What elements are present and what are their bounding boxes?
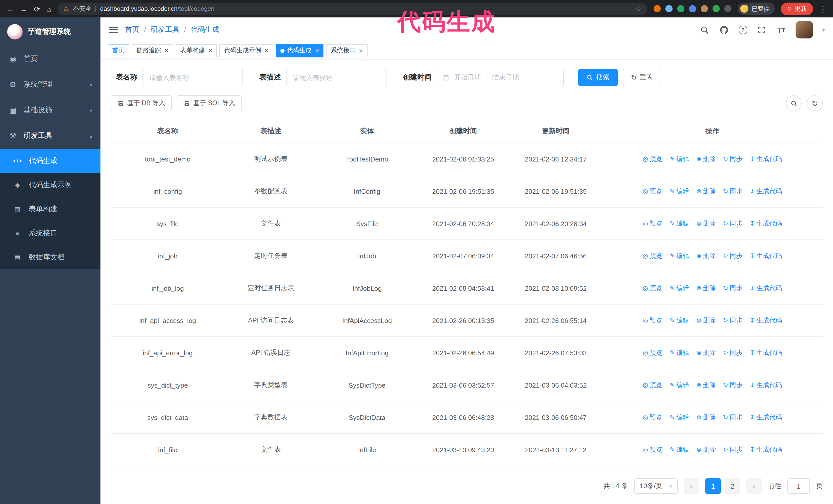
delete-link[interactable]: ⊗删除 [696,284,716,292]
sidebar-subitem[interactable]: ▦表单构建 [0,197,100,221]
extension-icon[interactable] [654,5,661,12]
delete-link[interactable]: ⊗删除 [696,187,716,196]
sidebar-item[interactable]: ▣基础设施▾ [0,97,100,123]
preview-link[interactable]: ◎预览 [643,284,663,292]
edit-link[interactable]: ✎编辑 [670,219,689,228]
tab-item[interactable]: 链路追踪× [132,44,173,57]
generate-code-link[interactable]: ↧生成代码 [750,316,782,325]
tab-item[interactable]: 表单构建× [175,44,217,57]
edit-link[interactable]: ✎编辑 [670,187,689,196]
breadcrumb-item[interactable]: 研发工具 [151,25,180,34]
breadcrumb-item[interactable]: 首页 [125,25,139,34]
import-sql-button[interactable]: 基于 SQL 导入 [177,95,242,111]
extension-icon[interactable] [666,5,673,12]
close-icon[interactable]: × [359,47,363,54]
generate-code-link[interactable]: ↧生成代码 [750,219,782,228]
generate-code-link[interactable]: ↧生成代码 [750,445,782,454]
search-button[interactable]: 搜索 [578,69,618,86]
sync-link[interactable]: ↻同步 [723,445,742,454]
delete-link[interactable]: ⊗删除 [696,316,716,325]
fullscreen-icon[interactable] [757,25,767,35]
table-desc-input[interactable] [286,69,386,86]
delete-link[interactable]: ⊗删除 [696,219,716,228]
sync-link[interactable]: ↻同步 [723,251,742,260]
extension-icon[interactable] [689,5,696,12]
sync-link[interactable]: ↻同步 [723,381,742,389]
preview-link[interactable]: ◎预览 [643,219,663,228]
edit-link[interactable]: ✎编辑 [670,413,689,422]
generate-code-link[interactable]: ↧生成代码 [750,349,782,357]
sync-link[interactable]: ↻同步 [723,349,742,357]
preview-link[interactable]: ◎预览 [643,316,663,325]
generate-code-link[interactable]: ↧生成代码 [750,284,782,292]
extension-icon[interactable] [713,5,720,12]
extension-icon[interactable] [701,5,708,12]
sync-link[interactable]: ↻同步 [723,154,742,163]
sidebar-subitem[interactable]: ▤数据库文档 [0,245,100,269]
page-size-select[interactable]: 10条/页 ▾ [634,478,678,494]
sync-link[interactable]: ↻同步 [723,219,742,228]
tab-item[interactable]: 代码生成× [276,44,324,57]
sidebar-item[interactable]: ◉首页 [0,46,100,72]
github-icon[interactable] [719,25,730,35]
search-toggle-button[interactable] [786,95,802,111]
sidebar-subitem[interactable]: </>代码生成 [0,149,100,173]
edit-link[interactable]: ✎编辑 [670,284,689,292]
delete-link[interactable]: ⊗删除 [696,349,716,357]
prev-page-button[interactable]: ‹ [684,478,699,494]
kebab-menu-icon[interactable]: ⋮ [819,5,827,13]
date-range-picker[interactable]: 开始日期 - 结束日期 [437,69,564,86]
user-avatar[interactable] [795,21,813,39]
hamburger-icon[interactable] [109,27,118,33]
sidebar-item[interactable]: ⚒研发工具▴ [0,123,100,149]
sidebar-subitem[interactable]: ≡系统接口 [0,221,100,245]
back-icon[interactable]: ← [6,5,14,13]
close-icon[interactable]: × [208,47,212,54]
extension-icon[interactable] [677,5,685,12]
chevron-down-icon[interactable]: ▾ [822,27,825,32]
generate-code-link[interactable]: ↧生成代码 [750,154,782,163]
edit-link[interactable]: ✎编辑 [670,154,689,163]
delete-link[interactable]: ⊗删除 [696,413,716,422]
font-size-icon[interactable]: TT [776,25,786,35]
close-icon[interactable]: × [165,47,168,54]
tab-item[interactable]: 首页 [108,44,129,57]
edit-link[interactable]: ✎编辑 [670,251,689,260]
profile-chip[interactable]: 已暂停 [738,3,775,15]
sync-link[interactable]: ↻同步 [723,187,742,196]
preview-link[interactable]: ◎预览 [643,413,663,422]
edit-link[interactable]: ✎编辑 [670,381,689,389]
close-icon[interactable]: × [315,47,319,54]
security-chip[interactable]: 不安全 [73,4,92,13]
preview-link[interactable]: ◎预览 [643,349,663,357]
sidebar-subitem[interactable]: ◈代码生成示例 [0,173,100,197]
preview-link[interactable]: ◎预览 [643,154,663,163]
url-bar[interactable]: ⚠ 不安全 dashboard.yudao.iocoder.cn/tool/co… [57,2,648,15]
edit-link[interactable]: ✎编辑 [670,316,689,325]
edit-link[interactable]: ✎编辑 [670,445,689,454]
delete-link[interactable]: ⊗删除 [696,381,716,389]
help-icon[interactable]: ? [739,25,747,34]
tab-item[interactable]: 代码生成示例× [219,44,273,57]
goto-page-input[interactable] [787,478,810,494]
star-icon[interactable]: ☆ [635,5,642,13]
delete-link[interactable]: ⊗删除 [696,445,716,454]
preview-link[interactable]: ◎预览 [643,187,663,196]
sync-link[interactable]: ↻同步 [723,316,742,325]
preview-link[interactable]: ◎预览 [643,251,663,260]
refresh-button[interactable]: ↻ [807,95,823,111]
sidebar-item[interactable]: ⚙系统管理▾ [0,72,100,97]
next-page-button[interactable]: › [746,478,762,494]
table-name-input[interactable] [143,69,243,86]
generate-code-link[interactable]: ↧生成代码 [750,251,782,260]
reload-icon[interactable]: ⟳ [34,5,40,13]
update-button[interactable]: ↻ 更新 [781,2,813,15]
preview-link[interactable]: ◎预览 [643,381,663,389]
app-logo[interactable]: 芋道管理系统 [0,18,100,46]
sync-link[interactable]: ↻同步 [723,413,742,422]
breadcrumb-item[interactable]: 代码生成 [191,25,219,34]
edit-link[interactable]: ✎编辑 [670,349,689,357]
search-icon[interactable] [700,25,710,35]
forward-icon[interactable]: → [20,5,28,13]
import-db-button[interactable]: 基于 DB 导入 [111,95,172,111]
